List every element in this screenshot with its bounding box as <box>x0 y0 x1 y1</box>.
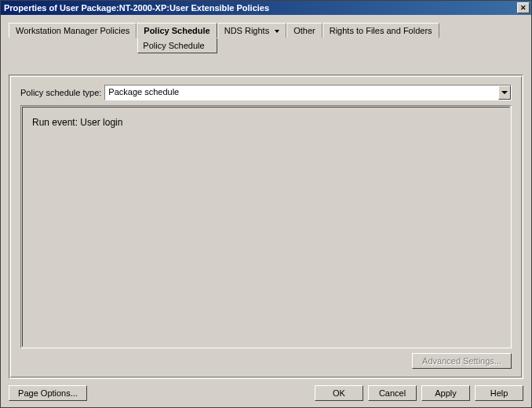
advanced-settings-button: Advanced Settings... <box>412 353 512 369</box>
dialog-window: Properties of User Package:NT-2000-XP:Us… <box>0 0 532 408</box>
client-area: Workstation Manager Policies Policy Sche… <box>1 15 531 407</box>
tab-label: Rights to Files and Folders <box>330 26 432 35</box>
button-label: OK <box>333 388 345 398</box>
apply-button[interactable]: Apply <box>421 385 470 401</box>
tab-label: Other <box>293 26 315 35</box>
button-label: Help <box>490 388 508 398</box>
button-label: Advanced Settings... <box>422 356 501 366</box>
run-event-text: Run event: User login <box>32 117 500 128</box>
tab-strip: Workstation Manager Policies Policy Sche… <box>9 23 523 54</box>
schedule-type-label: Policy schedule type: <box>20 88 101 97</box>
cancel-button[interactable]: Cancel <box>368 385 417 401</box>
subtab-label: Policy Schedule <box>143 41 204 50</box>
tab-workstation-manager-policies[interactable]: Workstation Manager Policies <box>9 23 137 38</box>
policy-schedule-panel: Policy schedule type: Package schedule R… <box>9 75 523 379</box>
panel-inner: Policy schedule type: Package schedule R… <box>10 76 522 377</box>
tab-nds-rights[interactable]: NDS Rights <box>217 23 287 38</box>
ok-button[interactable]: OK <box>315 385 363 401</box>
help-button[interactable]: Help <box>475 385 523 401</box>
page-options-button[interactable]: Page Options... <box>9 385 87 401</box>
tab-label: Policy Schedule <box>144 26 210 35</box>
tab-rights-to-files-and-folders[interactable]: Rights to Files and Folders <box>322 23 439 38</box>
tab-label: NDS Rights <box>224 26 269 35</box>
tab-label: Workstation Manager Policies <box>16 26 129 35</box>
schedule-type-combo[interactable]: Package schedule <box>104 85 512 100</box>
chevron-down-icon <box>275 30 279 33</box>
close-button[interactable]: ✕ <box>517 2 530 13</box>
schedule-type-row: Policy schedule type: Package schedule <box>20 85 512 100</box>
button-label: Page Options... <box>18 388 78 398</box>
schedule-details-inner: Run event: User login <box>22 107 510 347</box>
combo-dropdown-button[interactable] <box>498 86 511 100</box>
tab-policy-schedule[interactable]: Policy Schedule Policy Schedule <box>137 23 217 38</box>
schedule-details-box: Run event: User login <box>20 105 512 348</box>
close-icon: ✕ <box>520 4 527 12</box>
button-label: Apply <box>435 388 457 398</box>
button-label: Cancel <box>379 388 406 398</box>
chevron-down-icon <box>501 91 508 94</box>
advanced-row: Advanced Settings... <box>20 353 512 369</box>
dialog-button-bar: Page Options... OK Cancel Apply Help <box>9 385 523 401</box>
subtab-policy-schedule[interactable]: Policy Schedule <box>137 38 217 53</box>
schedule-type-value: Package schedule <box>105 86 498 100</box>
tab-other[interactable]: Other <box>286 23 322 38</box>
window-title: Properties of User Package:NT-2000-XP:Us… <box>4 3 516 13</box>
titlebar: Properties of User Package:NT-2000-XP:Us… <box>1 1 531 15</box>
